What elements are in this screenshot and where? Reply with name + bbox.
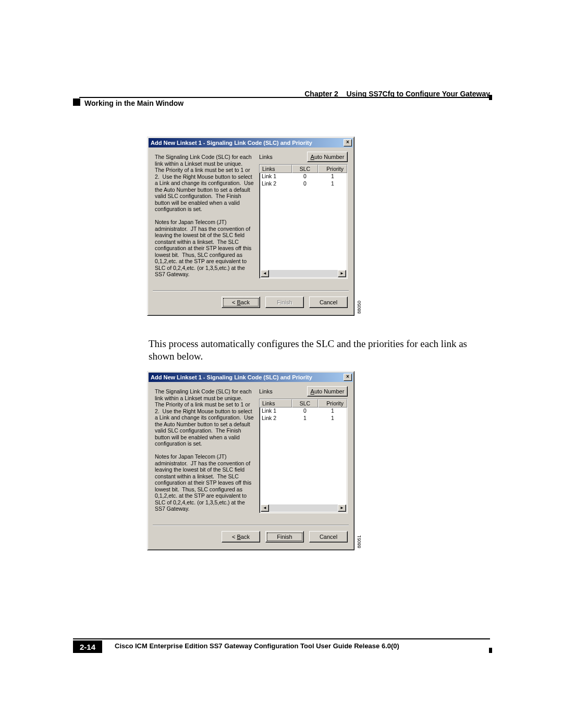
col-links-1[interactable]: Links	[260, 165, 292, 173]
finish-button-2[interactable]: Finish	[265, 531, 304, 542]
finish-button-1: Finish	[265, 297, 304, 308]
header-rule-end	[489, 95, 492, 100]
section-bullet-icon	[73, 98, 80, 106]
back-button-1[interactable]: < Back	[222, 297, 260, 308]
dialog-body-1: The Signaling Link Code (SLC) for each l…	[150, 149, 352, 313]
links-listview-2[interactable]: Links SLC Priority Link 1 0 1 Link 2 1	[259, 399, 348, 513]
listview-rows-2: Link 1 0 1 Link 2 1 1	[260, 408, 347, 422]
dialog-body-2: The Signaling Link Code (SLC) for each l…	[150, 383, 352, 548]
titlebar-2[interactable]: Add New Linkset 1 - Signaling Link Code …	[149, 373, 353, 382]
links-label-2: Links	[259, 388, 273, 394]
listview-header-2: Links SLC Priority	[260, 399, 347, 408]
scroll-left-icon[interactable]: ◄	[261, 270, 269, 277]
listview-rows-1: Link 1 0 1 Link 2 0 1	[260, 173, 347, 188]
page: Chapter 2 Using SS7Cfg to Configure Your…	[0, 0, 563, 728]
button-divider-2	[153, 525, 349, 526]
scroll-right-icon[interactable]: ►	[338, 270, 346, 277]
scroll-left-icon[interactable]: ◄	[261, 504, 269, 512]
button-divider-1	[153, 290, 349, 291]
dialog-title-1: Add New Linkset 1 - Signaling Link Code …	[151, 140, 312, 146]
auto-number-button-1[interactable]: Auto Number	[307, 152, 348, 162]
list-row[interactable]: Link 1 0 1	[260, 408, 347, 415]
footer-doc-title: Cisco ICM Enterprise Edition SS7 Gateway…	[115, 642, 490, 650]
dialog-2: Add New Linkset 1 - Signaling Link Code …	[147, 371, 354, 550]
col-priority-1[interactable]: Priority	[318, 165, 347, 173]
list-row[interactable]: Link 2 0 1	[260, 180, 347, 188]
links-label-1: Links	[259, 154, 273, 160]
figure-dialog-1: 88050 Add New Linkset 1 - Signaling Link…	[147, 137, 354, 316]
header-rule	[79, 97, 490, 98]
figure-id-1: 88050	[357, 301, 362, 314]
cancel-button-2[interactable]: Cancel	[309, 531, 348, 542]
button-row-1: < Back Finish Cancel	[222, 297, 348, 308]
section-title: Working in the Main Window	[84, 99, 183, 107]
button-row-2: < Back Finish Cancel	[222, 531, 348, 542]
col-priority-2[interactable]: Priority	[318, 399, 347, 408]
links-listview-1[interactable]: Links SLC Priority Link 1 0 1 Link 2 0	[259, 164, 348, 279]
listview-header-1: Links SLC Priority	[260, 165, 347, 173]
col-links-2[interactable]: Links	[260, 399, 292, 408]
h-scrollbar-1[interactable]: ◄ ►	[261, 270, 346, 277]
titlebar-1[interactable]: Add New Linkset 1 - Signaling Link Code …	[149, 138, 353, 147]
body-paragraph: This process automatically configures th…	[149, 338, 490, 363]
close-button-2[interactable]: ×	[344, 374, 352, 381]
col-slc-2[interactable]: SLC	[292, 399, 318, 408]
figure-dialog-2: 88051 Add New Linkset 1 - Signaling Link…	[147, 371, 354, 550]
description-text-1: The Signaling Link Code (SLC) for each l…	[155, 154, 254, 278]
dialog-1: Add New Linkset 1 - Signaling Link Code …	[147, 137, 354, 316]
page-number: 2-14	[73, 640, 102, 653]
auto-number-button-2[interactable]: Auto Number	[307, 386, 348, 397]
figure-id-2: 88051	[357, 535, 362, 548]
description-text-2: The Signaling Link Code (SLC) for each l…	[155, 388, 254, 512]
dialog-title-2: Add New Linkset 1 - Signaling Link Code …	[151, 374, 312, 380]
footer-rule	[73, 638, 490, 639]
back-button-2[interactable]: < Back	[222, 531, 260, 542]
col-slc-1[interactable]: SLC	[292, 165, 318, 173]
cancel-button-1[interactable]: Cancel	[309, 297, 348, 308]
scroll-right-icon[interactable]: ►	[338, 504, 346, 512]
close-button-1[interactable]: ×	[344, 139, 352, 146]
list-row[interactable]: Link 1 0 1	[260, 173, 347, 180]
list-row[interactable]: Link 2 1 1	[260, 415, 347, 422]
footer-tick-icon	[489, 648, 492, 653]
h-scrollbar-2[interactable]: ◄ ►	[261, 504, 346, 512]
